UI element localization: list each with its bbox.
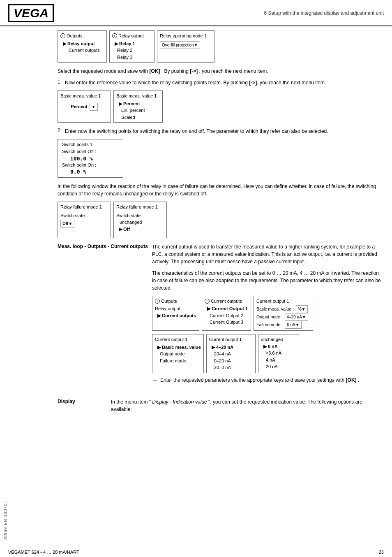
relay-failure-para: In the following window the reaction of … xyxy=(58,183,384,197)
lin-percent-item[interactable]: Lin. percent xyxy=(116,107,160,114)
outputs-box2-icon: i xyxy=(155,299,160,304)
output-node-label: Output node : xyxy=(256,314,283,319)
outputs-box2-title: i Outputs xyxy=(155,298,196,305)
relay-failure-box-2: Relay failure mode 1 Switch state: uncha… xyxy=(113,202,167,238)
off-dropdown-label: Off xyxy=(62,220,68,227)
main-content: i Outputs Relay output Current outputs i… xyxy=(0,26,392,421)
relay-failure-row: Relay failure mode 1 Switch state: Off ▼… xyxy=(58,202,384,238)
output-node-dropdown[interactable]: 4–20 nA ▼ xyxy=(285,313,308,321)
20-na-item[interactable]: 20 nA xyxy=(261,363,296,370)
relay-failure-box-1: Relay failure mode 1 Switch state: Off ▼ xyxy=(58,202,111,238)
basic-meas-item[interactable]: Basic meas. value xyxy=(155,344,201,351)
current-outputs-box: i Current outputs Current Output 1 Curre… xyxy=(202,296,251,331)
basic-meas-pct-dropdown[interactable]: % ▼ xyxy=(296,305,308,313)
switch-on-label: Switch point On : xyxy=(62,162,119,169)
percent-item[interactable]: Percent xyxy=(116,100,160,107)
current-output-1[interactable]: Current Output 1 xyxy=(205,305,248,312)
para-1: Select the requested mode and save with … xyxy=(58,67,384,75)
4-na-item[interactable]: 4 nA xyxy=(261,357,296,364)
percent-dropdown[interactable]: ▼ xyxy=(90,103,98,111)
current-outputs-label: Current outputs xyxy=(211,298,242,305)
content-area: i Outputs Relay output Current outputs i… xyxy=(53,30,392,417)
failure-mode-item[interactable]: Failure mode xyxy=(155,357,201,364)
0-na-item[interactable]: 0 nA xyxy=(261,343,296,350)
switch-points-title: Switch points 1 xyxy=(62,142,119,147)
off-dropdown-arrow: ▼ xyxy=(68,220,72,227)
current-output1-box2-title: Current output 1 xyxy=(155,336,201,343)
current-output-3[interactable]: Current Output 3 xyxy=(205,319,248,326)
overfill-dropdown[interactable]: Overfill protection ▼ xyxy=(160,41,200,49)
display-italic: Display - Indication value xyxy=(152,399,207,405)
outputs2-relay[interactable]: Relay output xyxy=(155,305,196,312)
current-outputs-row-2: Current output 1 Basic meas. value Outpu… xyxy=(152,334,384,373)
display-text-1: In the menu item " xyxy=(111,399,151,405)
basic-meas-label: Basic meas. value : xyxy=(256,306,294,311)
spacer-2 xyxy=(60,227,108,234)
relay-failure-off[interactable]: Off xyxy=(116,226,164,233)
relay-item-2[interactable]: Relay 2 xyxy=(112,47,152,54)
para1-text3: , you reach the next menu item. xyxy=(199,68,268,74)
percent-dropdown-arrow: ▼ xyxy=(92,104,96,110)
current-outputs-title: i Current outputs xyxy=(205,298,248,305)
output-node-item[interactable]: Output node xyxy=(155,350,201,357)
outputs-item-current[interactable]: Current outputs xyxy=(60,47,104,54)
numbered-item-2: 2. Enter now the switching points for sw… xyxy=(58,128,384,135)
failure-node-val: 0 nA xyxy=(287,322,295,328)
overfill-dropdown-label: Overfill protection xyxy=(162,42,194,48)
basic-meas-label-2: Basic meas. value 1 xyxy=(116,93,157,100)
relay-output-title: i Relay output xyxy=(112,32,152,39)
header-title: 6 Setup with the integrated display and … xyxy=(264,10,384,16)
4-20-item[interactable]: 4–20 nA xyxy=(209,344,253,351)
num-1: 1. xyxy=(58,79,62,86)
off-dropdown[interactable]: Off ▼ xyxy=(60,220,74,227)
arrow-para-text2: . xyxy=(358,377,359,383)
display-heading: Display xyxy=(58,398,107,405)
meas-loop-para-1: The current output is used to transfer t… xyxy=(152,243,384,265)
relay-operating-title: Relay operating node 1 xyxy=(160,32,212,39)
outputs-title: i Outputs xyxy=(60,32,104,39)
relay-output-box: i Relay output Relay 1 Relay 2 Relay 3 xyxy=(109,30,154,63)
switch-on-value: 0.0 % xyxy=(70,169,119,175)
display-section: Display In the menu item " Display - Ind… xyxy=(58,394,384,417)
relay-item-1[interactable]: Relay 1 xyxy=(112,40,152,47)
num-1-text: Now enter the reference value to which t… xyxy=(65,79,326,86)
outputs2-current[interactable]: Current outputs xyxy=(155,312,196,319)
current-output1-failure: Failure node : 0 nA ▼ xyxy=(256,321,310,329)
meas-loop-heading: Meas. loop - Outputs - Current outputs xyxy=(58,243,148,250)
20-0-item[interactable]: 20–0 nA xyxy=(209,364,253,371)
relay-failure-title-2: Relay failure mode 1 xyxy=(116,204,164,211)
unchanged-failure-item[interactable]: unchanged xyxy=(261,336,296,343)
relay-failure-unchanged[interactable]: unchanged xyxy=(116,219,164,226)
current-output1-box3-title: Current output 1 xyxy=(209,336,253,343)
20-4-item[interactable]: 20–4 nA xyxy=(209,350,253,357)
basic-meas-dropdown-1: Percent ▼ xyxy=(60,103,108,111)
outputs-item-relay[interactable]: Relay output xyxy=(60,40,104,47)
meas-loop-sidebar: Meas. loop - Outputs - Current outputs xyxy=(58,243,152,387)
current-output-2[interactable]: Current Output 2 xyxy=(205,312,248,319)
num1-arrow: [->] xyxy=(249,80,257,86)
relay-operating-label: Relay operating node 1 xyxy=(160,32,207,39)
arrow-para-bold: [OK] xyxy=(346,377,357,383)
outputs-box-1: i Outputs Relay output Current outputs xyxy=(58,30,107,63)
3-6-na-item[interactable]: <3,6 nA xyxy=(261,350,296,357)
header: VEGA 6 Setup with the integrated display… xyxy=(0,0,392,26)
arrow-para-text1: Enter the requested parameters via the a… xyxy=(160,377,346,383)
para1-bold2: [->] xyxy=(190,68,198,74)
outputs-box2-label: Outputs xyxy=(161,298,177,305)
failure-node-dropdown[interactable]: 0 nA ▼ xyxy=(285,321,301,329)
meas-loop-content: The current output is used to transfer t… xyxy=(152,243,384,387)
0-20-item[interactable]: 0–20 nA xyxy=(209,357,253,364)
para1-text1: Select the requested mode and save with xyxy=(58,68,149,74)
footer: VEGAMET 624 • 4 … 20 mA/HART 23 xyxy=(0,547,392,557)
page: VEGA 6 Setup with the integrated display… xyxy=(0,0,392,557)
scaled-item[interactable]: Scaled xyxy=(116,114,160,121)
current-output1-basic: Basic meas. value : % ▼ xyxy=(256,305,310,313)
basic-meas-pct-arrow: ▼ xyxy=(302,306,306,312)
relay-failure-dropdown-1: Off ▼ xyxy=(60,220,108,227)
basic-meas-box-1: Basic meas. value 1 Percent ▼ xyxy=(58,91,111,123)
current-output1-detail-box: Current output 1 Basic meas. value : % ▼… xyxy=(254,296,313,331)
relay-item-3[interactable]: Relay 3 xyxy=(112,54,152,61)
basic-meas-value-1: Percent xyxy=(71,104,87,109)
right-arrow-symbol: → xyxy=(152,377,158,383)
footer-product: VEGAMET 624 • 4 … 20 mA/HART xyxy=(8,550,79,555)
